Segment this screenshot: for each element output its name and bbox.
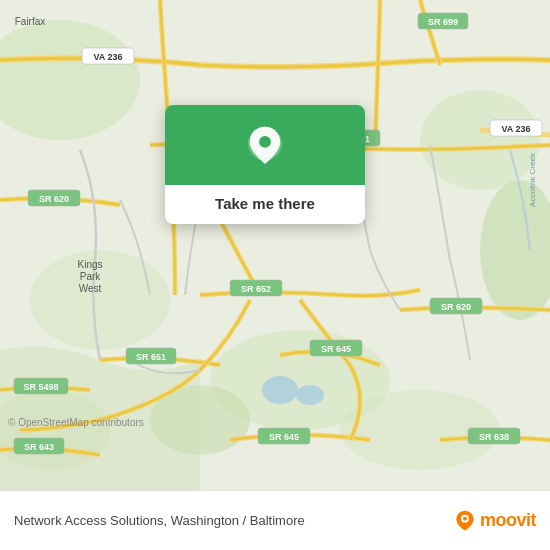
- svg-text:SR 638: SR 638: [479, 432, 509, 442]
- svg-text:SR 645: SR 645: [269, 432, 299, 442]
- city-name: Washington / Baltimore: [171, 513, 305, 528]
- moovit-brand-name: moovit: [480, 510, 536, 531]
- svg-text:West: West: [79, 283, 102, 294]
- svg-text:Park: Park: [80, 271, 102, 282]
- svg-text:SR 652: SR 652: [241, 284, 271, 294]
- map-view: VA 236 SR 699 SR 651 VA 236 SR 620 SR 65…: [0, 0, 550, 490]
- svg-text:SR 5498: SR 5498: [23, 382, 58, 392]
- svg-text:SR 651: SR 651: [136, 352, 166, 362]
- svg-point-46: [463, 516, 467, 520]
- footer-bar: Network Access Solutions, Washington / B…: [0, 490, 550, 550]
- svg-text:SR 643: SR 643: [24, 442, 54, 452]
- svg-text:Accotink Creek: Accotink Creek: [528, 152, 537, 207]
- copyright-text: © OpenStreetMap contributors: [8, 417, 144, 428]
- svg-text:VA 236: VA 236: [93, 52, 122, 62]
- svg-text:VA 236: VA 236: [501, 124, 530, 134]
- location-pin-icon: [243, 125, 287, 169]
- moovit-logo[interactable]: moovit: [454, 510, 536, 532]
- take-me-there-button[interactable]: Take me there: [199, 185, 331, 224]
- svg-text:Kings: Kings: [77, 259, 102, 270]
- svg-text:SR 699: SR 699: [428, 17, 458, 27]
- svg-point-9: [262, 376, 298, 404]
- svg-point-2: [420, 90, 540, 190]
- company-name: Network Access Solutions: [14, 513, 164, 528]
- svg-text:SR 645: SR 645: [321, 344, 351, 354]
- svg-point-44: [259, 136, 271, 148]
- svg-text:Fairfax: Fairfax: [15, 16, 46, 27]
- svg-text:SR 620: SR 620: [441, 302, 471, 312]
- footer-company-info: Network Access Solutions, Washington / B…: [14, 513, 446, 528]
- svg-point-10: [296, 385, 324, 405]
- moovit-pin-icon: [454, 510, 476, 532]
- popup-icon-area: [165, 105, 365, 185]
- svg-text:SR 620: SR 620: [39, 194, 69, 204]
- popup-card: Take me there: [165, 105, 365, 224]
